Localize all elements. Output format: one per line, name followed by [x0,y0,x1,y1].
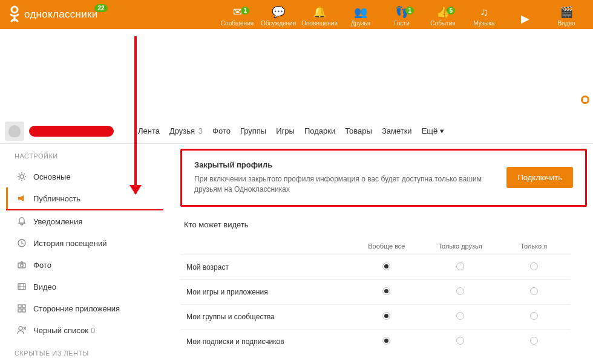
visibility-radio[interactable] [456,262,464,270]
sidebar-item-4[interactable]: Фото [6,254,168,276]
nav-icon: 🔔 [313,5,326,19]
section-tab-1[interactable]: Друзья 3 [169,126,203,135]
nav-icon: 🎬 [560,5,573,19]
ok-logo-icon [8,5,21,24]
svg-point-10 [19,327,22,330]
sidebar-item-2[interactable]: Уведомления [6,210,168,232]
svg-rect-8 [18,309,21,312]
sidebar-item-0[interactable]: Основные [6,166,168,187]
nav-icon: 💬 [272,5,285,19]
sidebar-item-label: Уведомления [33,217,82,226]
visibility-radio[interactable] [530,262,538,270]
top-nav-item-4[interactable]: 1👣Гости [381,5,422,29]
visibility-row: Мои игры и приложения [180,279,571,304]
site-logo[interactable]: одноклассники 22 [0,5,106,24]
nav-icon: ♫ [480,5,488,19]
top-nav-item-2[interactable]: 🔔Оповещения [299,5,340,29]
nav-icon: 👥 [354,5,367,19]
avatar[interactable] [5,122,24,141]
section-tab-3[interactable]: Группы [240,126,266,135]
section-tab-2[interactable]: Фото [212,126,231,135]
visibility-radio[interactable] [456,337,464,345]
tab-count: 3 [196,126,203,135]
connect-button[interactable]: Подключить [506,167,573,188]
visibility-row: Мои подписки и подписчиков [180,329,571,354]
visibility-radio[interactable] [456,312,464,320]
visibility-radio[interactable] [456,287,464,295]
visibility-row-label: Мой возраст [180,255,350,279]
svg-point-0 [11,7,18,13]
section-tab-0[interactable]: Лента [138,126,160,135]
nav-label: Гости [394,20,409,27]
sidebar-item-label: Основные [33,172,71,181]
sidebar-item-label: Видео [33,282,56,291]
section-tab-4[interactable]: Игры [276,126,295,135]
visibility-radio[interactable] [530,312,538,320]
sidebar-item-count: 0 [91,326,95,335]
top-nav-item-6[interactable]: ♫Музыка [464,5,505,29]
clock-icon [16,238,27,249]
visibility-radio[interactable] [382,337,390,345]
svg-point-4 [21,264,24,267]
apps-icon [16,303,27,314]
⚙-icon [16,171,27,182]
closed-profile-title: Закрытый профиль [194,160,506,169]
nav-label: Обсуждения [261,20,296,27]
top-nav-item-7[interactable]: ▶ [505,12,546,29]
nav-label: Музыка [473,20,494,27]
username-redacted [29,126,114,137]
visibility-table-title: Кто может видеть [184,220,593,229]
section-tab-7[interactable]: Заметки [382,126,412,135]
top-nav-item-0[interactable]: 1✉Сообщения [217,5,258,29]
visibility-radio[interactable] [530,337,538,345]
visibility-radio[interactable] [382,262,390,270]
user-x-icon [16,325,27,336]
settings-sidebar: НАСТРОЙКИ ОсновныеПубличностьУведомления… [6,144,168,363]
visibility-row-label: Мои игры и приложения [180,279,350,304]
sidebar-item-3[interactable]: История посещений [6,232,168,254]
help-float-icon[interactable] [581,96,589,104]
closed-profile-description: При включении закрытого профиля информац… [194,174,506,195]
svg-rect-9 [22,309,25,312]
visibility-radio[interactable] [530,287,538,295]
visibility-table: Вообще всеТолько друзьяТолько яМой возра… [180,238,571,354]
section-tab-5[interactable]: Подарки [304,126,335,135]
ad-gap-area [0,29,593,119]
visibility-row: Мои группы и сообщества [180,304,571,329]
nav-icon: ▶ [521,12,529,25]
nav-label: Видео [557,20,575,27]
site-name: одноклассники [24,8,98,21]
visibility-row: Мой возраст [180,255,571,279]
profile-strip: ЛентаДрузья 3ФотоГруппыИгрыПодаркиТовары… [0,119,593,144]
megaphone-icon [16,193,27,204]
top-header: одноклассники 22 1✉Сообщения💬Обсуждения🔔… [0,0,593,29]
svg-rect-6 [18,305,21,308]
section-tab-8[interactable]: Ещё ▾ [422,126,444,135]
sidebar-title: НАСТРОЙКИ [6,144,168,166]
sidebar-item-label: Черный список [33,326,88,335]
visibility-col-1: Только друзья [424,238,497,255]
visibility-row-label: Мои подписки и подписчиков [180,329,350,354]
top-nav-item-3[interactable]: 👥Друзья [340,5,381,29]
sidebar-item-6[interactable]: Сторонние приложения [6,297,168,319]
nav-label: События [430,20,455,27]
annotation-arrow [134,36,137,193]
top-nav-item-1[interactable]: 💬Обсуждения [258,5,299,29]
top-nav-item-8[interactable]: 🎬Видео [546,5,587,29]
visibility-radio[interactable] [382,287,390,295]
sidebar-item-1[interactable]: Публичность [6,187,168,209]
visibility-radio[interactable] [382,312,390,320]
sidebar-secondary-title: СКРЫТЫЕ ИЗ ЛЕНТЫ [6,341,168,363]
visibility-col-2: Только я [497,238,571,255]
content-area: Закрытый профиль При включении закрытого… [168,144,593,363]
sidebar-item-5[interactable]: Видео [6,276,168,297]
section-tab-6[interactable]: Товары [345,126,372,135]
profile-section-tabs: ЛентаДрузья 3ФотоГруппыИгрыПодаркиТовары… [138,126,444,135]
top-nav-item-5[interactable]: 5👍События [422,5,464,29]
sidebar-item-7[interactable]: Черный список0 [6,319,168,341]
sidebar-item-label: Фото [33,261,51,270]
nav-badge: 5 [447,7,455,15]
sidebar-item-label: Публичность [33,194,80,203]
nav-badge: 1 [241,7,249,15]
logo-notification-badge: 22 [94,4,107,12]
